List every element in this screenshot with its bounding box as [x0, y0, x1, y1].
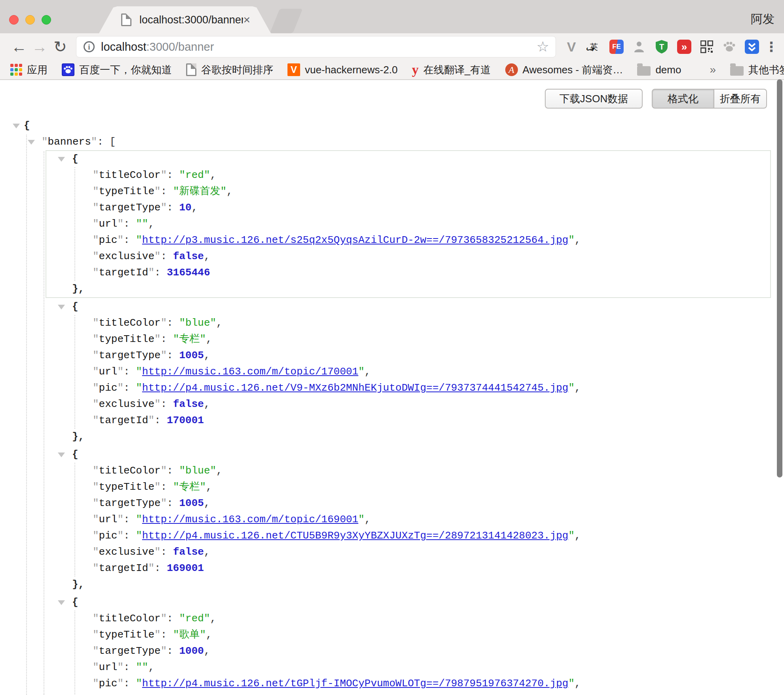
json-token: :: [124, 218, 136, 230]
json-line: "targetId": 169001: [46, 560, 770, 577]
json-token: ": [154, 333, 161, 345]
json-token: {: [72, 301, 78, 313]
json-token: url: [99, 514, 118, 525]
other-bookmarks-label: 其他书签: [748, 63, 784, 77]
paw-extension-icon[interactable]: [722, 40, 736, 54]
json-link[interactable]: http://p3.music.126.net/s25q2x5QyqsAzilC…: [142, 234, 569, 246]
back-button[interactable]: ←: [9, 39, 29, 55]
person-extension-icon[interactable]: [632, 40, 646, 54]
bookmark-item[interactable]: Vvue-hackernews-2.0: [287, 63, 398, 76]
json-token: ": [161, 613, 167, 624]
json-link[interactable]: http://p4.music.126.net/tGPljf-IMOCyPvum…: [142, 678, 569, 689]
json-token: ": [93, 497, 99, 509]
collapse-triangle-icon[interactable]: [58, 305, 65, 309]
translate-extension-icon[interactable]: 英↪: [587, 40, 601, 54]
json-token: :: [161, 333, 173, 345]
chrome-menu-icon[interactable]: ⋮: [767, 40, 775, 54]
window-close-button[interactable]: [9, 15, 19, 25]
browser-toolbar: ← → ↻ i localhost:3000/banner ☆ V 英↪ FE …: [0, 33, 784, 60]
json-line: },: [46, 429, 770, 445]
json-token: targetType: [99, 202, 161, 214]
blue-chevrons-extension-icon[interactable]: [745, 40, 759, 54]
collapse-triangle-icon[interactable]: [58, 157, 65, 162]
json-token: ": [136, 234, 142, 246]
json-token: ": [568, 382, 575, 394]
window-minimize-button[interactable]: [25, 15, 35, 25]
json-token: 10: [179, 202, 191, 214]
json-token: titleColor: [99, 169, 161, 181]
json-token: 3165446: [167, 267, 210, 279]
collapse-triangle-icon[interactable]: [28, 140, 35, 145]
json-token: ,: [148, 661, 154, 673]
json-token: "": [136, 218, 148, 230]
json-token: {: [72, 596, 78, 608]
json-token: "专栏": [173, 333, 206, 345]
json-token: ,: [216, 317, 223, 329]
json-line: "typeTitle": "歌单",: [46, 627, 770, 643]
json-link[interactable]: http://music.163.com/m/topic/169001: [142, 514, 358, 525]
vimium-extension-icon[interactable]: V: [564, 40, 578, 54]
json-token: ,: [575, 530, 581, 542]
json-token: ": [93, 661, 99, 673]
json-token: ": [93, 481, 99, 493]
qrcode-extension-icon[interactable]: [700, 40, 714, 54]
json-link[interactable]: http://p4.music.126.net/V9-MXz6b2MNhEKju…: [142, 382, 569, 394]
collapse-triangle-icon[interactable]: [13, 124, 20, 128]
bookmark-item[interactable]: 谷歌按时间排序: [186, 63, 273, 77]
json-link[interactable]: http://music.163.com/m/topic/170001: [142, 366, 358, 378]
json-line: "typeTitle": "专栏",: [46, 479, 770, 495]
tab-strip: localhost:3000/banner × 阿发: [0, 0, 784, 33]
tab-close-icon[interactable]: ×: [243, 14, 250, 26]
json-token: titleColor: [99, 613, 161, 624]
json-token: ": [93, 202, 99, 214]
bookmark-item[interactable]: 百度一下，你就知道: [62, 63, 172, 77]
reload-button[interactable]: ↻: [50, 39, 70, 55]
json-token: ": [93, 185, 99, 197]
json-line: {: [46, 299, 770, 315]
window-zoom-button[interactable]: [42, 15, 51, 25]
json-link[interactable]: http://p4.music.126.net/CTU5B9R9y3XyYBZX…: [142, 530, 569, 542]
url-text[interactable]: localhost:3000/banner: [101, 40, 537, 53]
json-token: typeTitle: [99, 333, 154, 345]
forward-button[interactable]: →: [29, 39, 50, 55]
json-line: {: [46, 594, 770, 611]
json-token: ": [93, 514, 99, 525]
json-token: :: [167, 169, 179, 181]
bookmark-item[interactable]: AAwesomes - 前端资…: [505, 63, 623, 77]
page-favicon-icon: [121, 13, 131, 26]
json-token: :: [124, 234, 136, 246]
browser-tab[interactable]: localhost:3000/banner ×: [99, 6, 271, 33]
json-token: ": [136, 514, 142, 525]
json-token: :: [167, 497, 179, 509]
json-token: ": [93, 546, 99, 558]
shield-extension-icon[interactable]: T: [655, 40, 669, 54]
bookmark-item[interactable]: y在线翻译_有道: [412, 63, 491, 77]
bookmark-item[interactable]: demo: [637, 64, 681, 76]
json-token: ,: [206, 629, 212, 641]
collapse-triangle-icon[interactable]: [58, 600, 65, 605]
json-line: "url": "http://music.163.com/m/topic/169…: [46, 512, 770, 528]
json-token: "red": [179, 613, 210, 624]
json-token: 169001: [167, 562, 204, 574]
site-info-icon[interactable]: i: [84, 41, 95, 52]
profile-name[interactable]: 阿发: [751, 11, 774, 27]
bookmarks-overflow-icon[interactable]: »: [710, 63, 716, 76]
page-scrollbar[interactable]: [777, 79, 782, 477]
json-token: :: [161, 629, 173, 641]
collapse-triangle-icon[interactable]: [58, 453, 65, 457]
other-bookmarks-folder[interactable]: 其他书签: [730, 63, 784, 77]
bookmark-item[interactable]: 应用: [10, 63, 48, 77]
address-bar[interactable]: i localhost:3000/banner ☆: [76, 36, 556, 57]
vue-icon: V: [287, 63, 300, 76]
bookmark-star-icon[interactable]: ☆: [537, 38, 549, 55]
json-token: ": [136, 530, 142, 542]
new-tab-button[interactable]: [270, 9, 303, 33]
json-token: ,: [575, 234, 581, 246]
fehelper-extension-icon[interactable]: FE: [609, 40, 624, 54]
json-line: "pic": "http://p4.music.126.net/V9-MXz6b…: [46, 380, 770, 396]
json-token: ": [161, 349, 167, 361]
fastforward-extension-icon[interactable]: »: [677, 40, 691, 54]
bookmarks-bar: 应用百度一下，你就知道谷歌按时间排序Vvue-hackernews-2.0y在线…: [0, 60, 784, 80]
json-token: ": [93, 562, 99, 574]
json-token: "": [136, 661, 148, 673]
